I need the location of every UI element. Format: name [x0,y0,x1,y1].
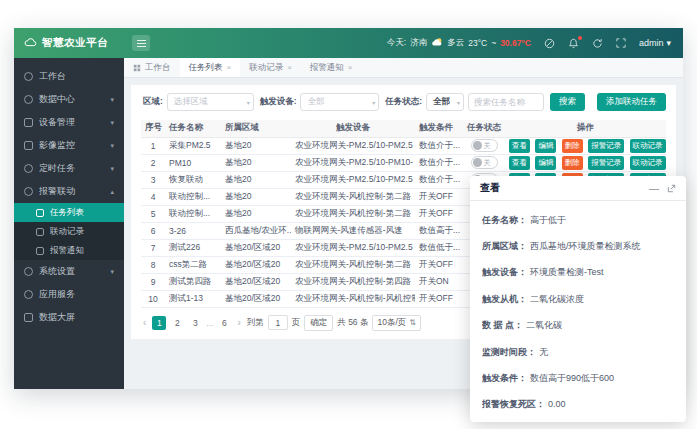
weather-city: 济南 [410,37,427,49]
task-status-label: 任务状态: [385,96,422,108]
caret-down-icon: ▾ [110,96,114,104]
col-status: 任务状态 [463,120,505,137]
col-condition: 触发条件 [415,120,463,137]
weather-info: 今天: 济南 多云 23°C ~ 30.67°C [387,37,531,49]
alarm-linkage-submenu: 任务列表 联动记录 报警通知 [14,203,124,260]
expand-icon[interactable] [667,184,676,193]
tab-workbench[interactable]: 工作台 [124,58,180,77]
delete-button[interactable]: 删除 [562,156,583,170]
top-header: 智慧农业平台 今天: 济南 多云 23°C ~ 30.67°C [14,28,683,58]
table-row: 1 采集PM2.5 基地20 农业环境网关-PM2.5/10-PM2.5 数值介… [141,137,666,154]
linkage-record-button[interactable]: 联动记录 [630,139,666,153]
tab-linkage-records[interactable]: 联动记录 × [240,58,301,77]
weather-temp-separator: ~ [491,38,496,48]
camera-icon [24,141,33,150]
total-count: 共 56 条 [337,317,368,329]
sidebar-item-alarm-linkage[interactable]: 报警联动 ▴ [14,180,124,203]
page-number[interactable]: 1 [152,316,166,330]
refresh-icon[interactable] [592,38,603,49]
panel-body: 任务名称：高于低于 所属区域：西瓜基地/环境质量检测系统 触发设备：环境质量检测… [470,201,686,422]
prev-page-icon[interactable]: ‹ [141,317,148,328]
task-status-select[interactable]: 全部 ▾ [426,93,464,111]
tab-alarm-notice[interactable]: 报警通知 × [301,58,362,77]
status-toggle[interactable]: 关 [471,156,498,169]
weather-temp-low: 23°C [468,38,487,48]
search-input[interactable] [468,93,544,111]
weather-prefix: 今天: [387,37,406,49]
close-icon[interactable]: × [287,63,292,72]
search-button[interactable]: 搜索 [550,93,585,111]
minimize-icon[interactable]: — [649,183,659,194]
user-menu[interactable]: admin ▾ [639,38,671,48]
help-icon[interactable] [544,38,555,49]
detail-field: 监测时间段：无 [482,346,674,359]
sidebar-item-task-list[interactable]: 任务列表 [14,203,124,222]
region-select[interactable]: 选择区域 ▾ [167,93,254,111]
sidebar-item-device-mgmt[interactable]: 设备管理 ▾ [14,111,124,134]
trigger-device-select[interactable]: 全部 ▾ [300,93,379,111]
col-region: 所属区域 [221,120,291,137]
detail-field: 触发条件：数值高于990低于600 [482,372,674,385]
detail-field: 任务名称：高于低于 [482,214,674,227]
alarm-record-button[interactable]: 报警记录 [588,156,624,170]
trigger-device-label: 触发设备: [260,96,297,108]
goto-confirm-button[interactable]: 确定 [304,315,333,331]
linkage-record-button[interactable]: 联动记录 [630,156,666,170]
sidebar-item-workbench[interactable]: 工作台 [14,65,124,88]
close-icon[interactable]: × [227,63,232,72]
view-button[interactable]: 查看 [509,139,530,153]
tab-bar: 工作台 任务列表 × 联动记录 × 报警通知 × [124,58,683,78]
gear-icon [24,267,33,276]
logo-cloud-icon [24,34,37,52]
device-mgmt-icon [24,118,33,127]
sidebar-item-alarm-notice[interactable]: 报警通知 [14,241,124,260]
close-icon[interactable]: × [348,63,353,72]
page-number[interactable]: 2 [170,316,184,330]
data-center-icon [24,95,33,104]
caret-down-icon: ▾ [110,165,114,173]
sidebar-item-data-center[interactable]: 数据中心 ▾ [14,88,124,111]
clock-icon [24,164,33,173]
data-screen-icon [24,313,33,322]
status-toggle[interactable]: 关 [471,139,498,152]
delete-button[interactable]: 删除 [562,139,583,153]
caret-down-icon: ▾ [666,38,671,48]
sidebar-item-scheduled-tasks[interactable]: 定时任务 ▾ [14,157,124,180]
col-no: 序号 [141,120,165,137]
alarm-record-button[interactable]: 报警记录 [588,139,624,153]
view-button[interactable]: 查看 [509,156,530,170]
username: admin [639,38,664,48]
panel-title: 查看 [480,181,500,195]
caret-down-icon: ▾ [110,142,114,150]
page-size-select[interactable]: 10条/页 ⇅ [372,315,421,331]
goto-page-input[interactable] [268,315,288,330]
caret-down-icon: ▾ [457,99,460,106]
sidebar-item-video-monitor[interactable]: 影像监控 ▾ [14,134,124,157]
region-label: 区域: [143,96,163,108]
detail-field: 数 据 点：二氧化碳 [482,319,674,332]
sidebar-item-linkage-records[interactable]: 联动记录 [14,222,124,241]
panel-header: 查看 — [470,176,686,201]
edit-button[interactable]: 编辑 [535,139,556,153]
next-page-icon[interactable]: › [235,317,242,328]
home-icon [133,64,141,72]
page-number[interactable]: 6 [217,316,231,330]
detail-field: 触发从机：二氧化碳浓度 [482,293,674,306]
page-suffix-label: 页 [292,317,301,329]
filter-bar: 区域: 选择区域 ▾ 触发设备: 全部 ▾ 任务状态: 全部 [141,93,666,111]
sidebar-item-app-services[interactable]: 应用服务 [14,283,124,306]
tab-task-list[interactable]: 任务列表 × [180,58,241,77]
sidebar-item-data-screen[interactable]: 数据大屏 [14,306,124,329]
edit-button[interactable]: 编辑 [535,156,556,170]
fullscreen-icon[interactable] [616,38,626,48]
sidebar-collapse-button[interactable] [132,35,150,51]
detail-field: 触发设备：环境质量检测-Test [482,266,674,279]
page-number[interactable]: 3 [188,316,202,330]
detail-field: 报警恢复死区：0.00 [482,398,674,411]
col-device: 触发设备 [291,120,415,137]
notification-bell-icon[interactable] [568,38,579,49]
caret-down-icon: ▾ [247,99,250,106]
alarm-linkage-icon [24,187,33,196]
sidebar-item-system-settings[interactable]: 系统设置 ▾ [14,260,124,283]
add-linkage-task-button[interactable]: 添加联动任务 [597,93,666,111]
